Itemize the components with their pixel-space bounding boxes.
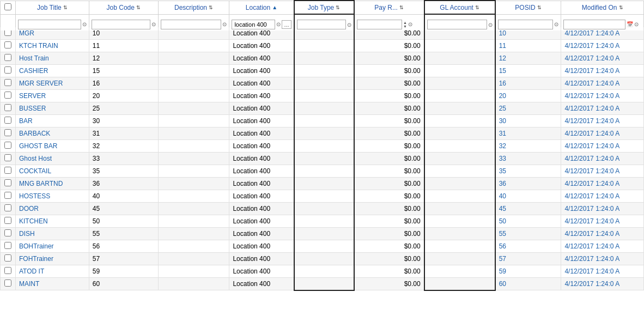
job-title-cell[interactable]: HOSTESS [16,190,89,203]
job-title-cell[interactable]: Ghost Host [16,153,89,165]
job-title-cell[interactable]: BUSSER [16,102,89,115]
filter-modified-on-icon[interactable]: ⊙ [634,21,639,27]
row-checkbox[interactable] [4,142,11,149]
job-code-sort[interactable]: Job Code ⇅ [107,4,141,11]
row-checkbox[interactable] [4,92,11,99]
description-cell [158,253,229,265]
filter-location-ellipsis[interactable]: ... [282,20,291,29]
spinner-up-icon[interactable]: ▲ [403,21,407,25]
filter-modified-on-input[interactable] [563,20,625,29]
select-all-checkbox[interactable] [4,3,11,10]
location-sort[interactable]: Location ▲ [246,4,277,11]
gl-account-cell [424,153,495,165]
job-type-sort[interactable]: Job Type ⇅ [308,4,340,11]
filter-pay-rate-input[interactable] [357,20,402,29]
job-title-cell[interactable]: MNG BARTND [16,178,89,190]
row-checkbox[interactable] [4,41,11,48]
filter-location-icon[interactable]: ⊙ [276,21,281,27]
spinner-down-icon[interactable]: ▼ [403,25,407,28]
filter-calendar-icon[interactable]: 📅 [627,21,633,27]
job-title-cell[interactable]: DISH [16,228,89,240]
job-type-header[interactable]: Job Type ⇅ [294,1,354,14]
filter-job-title-input[interactable] [18,20,81,29]
job-title-cell[interactable]: ATOD IT [16,265,89,278]
job-title-cell[interactable]: Host Train [16,52,89,65]
description-sort[interactable]: Description ⇅ [174,4,213,11]
location-cell: Location 400 [229,115,294,127]
job-title-header[interactable]: Job Title ⇅ [16,1,89,14]
filter-job-code-input[interactable] [92,20,150,29]
filter-posid-input[interactable] [498,20,554,29]
row-checkbox[interactable] [4,267,11,274]
description-header[interactable]: Description ⇅ [158,1,229,14]
row-checkbox[interactable] [4,242,11,249]
job-title-cell[interactable]: KTCH TRAIN [16,40,89,52]
filter-job-title-icon[interactable]: ⊙ [82,21,87,27]
filter-gl-account-input[interactable] [427,20,487,29]
job-title-sort[interactable]: Job Title ⇅ [37,4,68,11]
filter-gl-account-icon[interactable]: ⊙ [488,22,493,28]
gl-account-sort[interactable]: GL Account ⇅ [440,4,479,11]
pay-rate-cell: $0.00 [354,165,424,178]
gl-account-header[interactable]: GL Account ⇅ [424,1,495,14]
filter-description-input[interactable] [161,20,222,29]
description-cell [158,165,229,178]
job-type-cell [294,127,354,140]
filter-posid-icon[interactable]: ⊙ [554,21,558,27]
description-cell [158,228,229,240]
job-title-cell[interactable]: GHOST BAR [16,140,89,153]
job-title-cell[interactable]: BOHTrainer [16,240,89,253]
filter-pay-rate-icon[interactable]: ⊙ [408,21,412,27]
filter-location-input[interactable] [232,20,275,29]
select-all-header[interactable] [1,1,16,14]
modified-on-header[interactable]: Modified On ⇅ [561,1,644,14]
row-checkbox[interactable] [4,192,11,199]
job-title-cell[interactable]: KITCHEN [16,215,89,228]
posid-header[interactable]: POSID ⇅ [495,1,561,14]
row-checkbox[interactable] [4,54,11,61]
row-checkbox[interactable] [4,104,11,111]
row-checkbox[interactable] [4,117,11,124]
row-checkbox[interactable] [4,179,11,186]
job-title-cell[interactable]: BAR [16,115,89,127]
filter-description-icon[interactable]: ⊙ [222,21,227,27]
row-checkbox[interactable] [4,167,11,174]
data-grid[interactable]: Job Title ⇅ Job Code ⇅ [0,0,644,316]
filter-job-type-icon[interactable]: ⊙ [347,22,351,28]
job-title-cell[interactable]: COCKTAIL [16,165,89,178]
filter-job-type-input[interactable] [297,20,346,29]
job-code-cell: 35 [89,165,158,178]
location-header[interactable]: Location ▲ [229,1,294,14]
row-checkbox[interactable] [4,229,11,236]
pay-rate-spinner[interactable]: ▲ ▼ [403,21,407,28]
job-title-cell[interactable]: FOHTrainer [16,253,89,265]
description-cell [158,52,229,65]
description-cell [158,90,229,102]
table-row: BOHTrainer56Location 400$0.00564/12/2017… [1,240,644,253]
job-title-cell[interactable]: DOOR [16,203,89,215]
row-checkbox[interactable] [4,279,11,287]
job-title-cell[interactable]: SERVER [16,90,89,102]
row-checkbox[interactable] [4,254,11,262]
modified-on-sort[interactable]: Modified On ⇅ [582,4,623,11]
row-checkbox[interactable] [4,129,11,136]
row-checkbox[interactable] [4,217,11,224]
job-title-cell[interactable]: BARBACK [16,127,89,140]
job-title-cell[interactable]: MGR SERVER [16,77,89,90]
posid-sort[interactable]: POSID ⇅ [515,4,541,11]
table-row: FOHTrainer57Location 400$0.00574/12/2017… [1,253,644,265]
job-code-header[interactable]: Job Code ⇅ [89,1,158,14]
filter-posid-cell: ⊙ [495,18,561,31]
row-checkbox[interactable] [4,66,11,74]
pay-rate-cell: $0.00 [354,178,424,190]
filter-job-code-icon[interactable]: ⊙ [151,21,156,27]
row-checkbox[interactable] [4,154,11,161]
pay-rate-header[interactable]: Pay R... ⇅ [354,1,424,14]
row-checkbox[interactable] [4,79,11,86]
job-title-cell[interactable]: MAINT [16,278,89,290]
pay-rate-sort[interactable]: Pay R... ⇅ [374,4,404,11]
posid-cell: 36 [495,178,561,190]
table-body: MGR10Location 400$0.00104/12/2017 1:24:0… [1,27,644,290]
job-title-cell[interactable]: CASHIER [16,65,89,77]
row-checkbox[interactable] [4,204,11,211]
